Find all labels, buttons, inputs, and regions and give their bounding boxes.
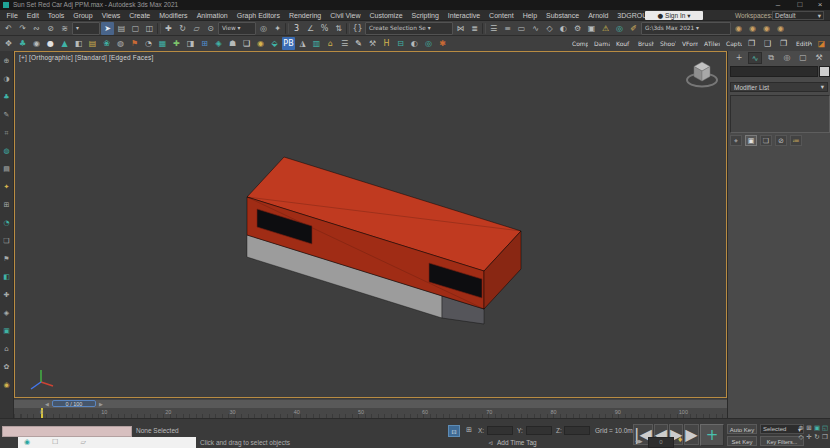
- brushes-button[interactable]: Brushes: [635, 38, 654, 49]
- plugin-icon[interactable]: ✚: [170, 37, 183, 50]
- x-field[interactable]: [487, 426, 513, 435]
- plugin-icon[interactable]: ◨: [184, 37, 197, 50]
- menu-item[interactable]: Edit: [22, 12, 43, 19]
- maxscript-mini-listener[interactable]: [2, 426, 132, 437]
- selection-filter-dropdown[interactable]: ▾: [72, 22, 100, 35]
- absolute-mode-icon[interactable]: ⊞: [466, 426, 472, 434]
- next-frame-button[interactable]: ▶: [684, 424, 698, 445]
- track-bar[interactable]: 0102030405060708090100: [14, 408, 727, 418]
- activeshade-icon[interactable]: ◉: [760, 22, 773, 35]
- toggle-layer-explorer-icon[interactable]: ≡: [501, 22, 514, 35]
- editpoly-button[interactable]: EditPoly: [793, 38, 812, 49]
- side-tool-icon[interactable]: ⌂: [2, 344, 12, 354]
- tab-modify[interactable]: ∿: [748, 52, 762, 64]
- auto-key-button[interactable]: Auto Key: [727, 424, 757, 434]
- plugin-icon[interactable]: ◎: [422, 37, 435, 50]
- comp-button[interactable]: Comp: [569, 38, 588, 49]
- maxscript-listener-line[interactable]: ◉☐▱: [18, 437, 196, 448]
- render-last-icon[interactable]: ◉: [774, 22, 787, 35]
- select-and-scale-icon[interactable]: ▱: [190, 22, 203, 35]
- minimize-button[interactable]: –: [770, 0, 786, 9]
- menu-item[interactable]: Scripting: [407, 12, 443, 19]
- redo-icon[interactable]: ↷: [16, 22, 29, 35]
- bind-to-space-warp-icon[interactable]: ≋: [58, 22, 71, 35]
- angle-snap-icon[interactable]: ∠: [304, 22, 317, 35]
- plugin-icon[interactable]: ⚒: [366, 37, 379, 50]
- vformer-button[interactable]: VFormer: [679, 38, 698, 49]
- set-key-button[interactable]: Set Key: [727, 436, 757, 446]
- time-slider-track[interactable]: ◀ 0 / 100 ▶: [14, 399, 727, 408]
- plugin-icon[interactable]: ☰: [338, 37, 351, 50]
- menu-item[interactable]: Tools: [43, 12, 68, 19]
- atiles-button[interactable]: ATiles: [701, 38, 720, 49]
- side-tool-icon[interactable]: ◑: [2, 74, 12, 84]
- side-tool-icon[interactable]: ◉: [2, 380, 12, 390]
- current-frame-field[interactable]: 0: [648, 437, 674, 448]
- spinner-snap-icon[interactable]: ⇅: [332, 22, 345, 35]
- isolate-selection-button[interactable]: ⊡: [448, 425, 460, 437]
- named-selection-sets-dropdown[interactable]: Create Selection Se ▾: [365, 22, 453, 35]
- side-tool-icon[interactable]: ✚: [2, 290, 12, 300]
- render-iterative-icon[interactable]: ◉: [746, 22, 759, 35]
- zoom-extents-all-icon[interactable]: ◱: [821, 424, 829, 433]
- select-by-name-icon[interactable]: ▤: [115, 22, 128, 35]
- tab-hierarchy[interactable]: ⧉: [764, 52, 778, 64]
- tab-display[interactable]: ▢: [796, 52, 810, 64]
- menu-item[interactable]: Content: [485, 12, 519, 19]
- sign-in-button[interactable]: ● Sign In ▾: [645, 11, 703, 20]
- viewport[interactable]: [+] [Orthographic] [Standard] [Edged Fac…: [14, 51, 727, 398]
- menu-item[interactable]: Help: [518, 12, 541, 19]
- select-and-move-icon[interactable]: ✚: [162, 22, 175, 35]
- side-tool-icon[interactable]: ✦: [2, 182, 12, 192]
- plugin-icon[interactable]: ⚑: [128, 37, 141, 50]
- plugin-icon[interactable]: H: [380, 37, 393, 50]
- side-tool-icon[interactable]: ⊕: [2, 56, 12, 66]
- plugin-icon[interactable]: ⊟: [394, 37, 407, 50]
- time-slider-handle[interactable]: 0 / 100: [52, 400, 96, 407]
- toggle-scene-explorer-icon[interactable]: ☰: [487, 22, 500, 35]
- menu-item[interactable]: Modifiers: [155, 12, 192, 19]
- undo-icon[interactable]: ↶: [2, 22, 15, 35]
- key-icon[interactable]: ♦: [677, 436, 683, 444]
- menu-item[interactable]: Interactive: [443, 12, 484, 19]
- next-frame-arrow[interactable]: ▶: [99, 400, 103, 408]
- side-tool-icon[interactable]: ⊞: [2, 200, 12, 210]
- modifier-list-dropdown[interactable]: Modifier List ▾: [730, 82, 828, 92]
- plugin-icon[interactable]: ▲: [58, 37, 71, 50]
- side-tool-icon[interactable]: ⚑: [2, 254, 12, 264]
- schematic-view-icon[interactable]: ◇: [543, 22, 556, 35]
- side-tool-icon[interactable]: ▤: [2, 164, 12, 174]
- side-tool-icon[interactable]: ◈: [2, 308, 12, 318]
- plugin-icon[interactable]: ◐: [408, 37, 421, 50]
- damage-button[interactable]: Damage: [591, 38, 610, 49]
- edit-named-selection-sets-icon[interactable]: {}: [351, 22, 364, 35]
- plugin-icon[interactable]: ◧: [72, 37, 85, 50]
- warning-icon[interactable]: ⚠: [599, 22, 612, 35]
- side-tool-icon[interactable]: ◔: [2, 218, 12, 228]
- add-key-button[interactable]: +: [700, 424, 724, 446]
- pencil-icon[interactable]: ✐: [627, 22, 640, 35]
- mirror-icon[interactable]: ⋈: [454, 22, 467, 35]
- plugin-icon[interactable]: ☗: [226, 37, 239, 50]
- plugin-icon[interactable]: ▤: [86, 37, 99, 50]
- pan-icon[interactable]: ✛: [805, 433, 813, 442]
- z-field[interactable]: [564, 426, 590, 435]
- material-editor-icon[interactable]: ◐: [557, 22, 570, 35]
- object-color-swatch[interactable]: [819, 66, 830, 77]
- modifier-stack[interactable]: [730, 95, 830, 133]
- frame-step-icon[interactable]: ◀▶: [635, 438, 643, 444]
- plugin-icon[interactable]: ▥: [310, 37, 323, 50]
- toggle-ribbon-icon[interactable]: ▭: [515, 22, 528, 35]
- kouf-button[interactable]: Kouf: [613, 38, 632, 49]
- select-object-icon[interactable]: ➤: [101, 22, 114, 35]
- layout-icon[interactable]: ❐: [745, 37, 758, 50]
- view-cube[interactable]: [687, 62, 717, 87]
- percent-snap-icon[interactable]: %: [318, 22, 331, 35]
- orbit-icon[interactable]: ↻: [813, 433, 821, 442]
- shootex-button[interactable]: ShooTex: [657, 38, 676, 49]
- snaps-toggle-icon[interactable]: 3: [290, 22, 303, 35]
- side-tool-icon[interactable]: ▣: [2, 326, 12, 336]
- select-and-manipulate-icon[interactable]: ✦: [271, 22, 284, 35]
- menu-item[interactable]: Rendering: [284, 12, 325, 19]
- captur-button[interactable]: Captur: [723, 38, 742, 49]
